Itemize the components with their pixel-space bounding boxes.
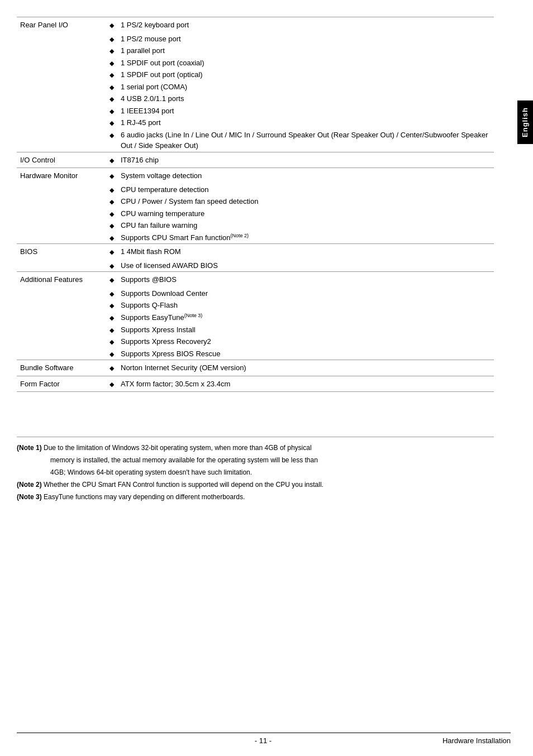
label-4 [17,336,106,348]
label-0 [17,117,106,129]
bullet-icon: ◆ [110,262,114,269]
value-3-0: 1 4Mbit flash ROM [117,244,494,260]
bullet-2-1: ◆ [106,184,117,196]
value-0-3: 1 SPDIF out port (coaxial) [117,57,494,69]
value-4-3: Supports EasyTune(Note 3) [117,312,494,324]
bullet-icon: ◆ [110,381,114,387]
label-0 [17,81,106,93]
bullet-0-2: ◆ [106,45,117,57]
note-2: (Note 2) Whether the CPU Smart FAN Contr… [17,480,494,490]
label-2 [17,184,106,196]
bullet-6-0: ◆ [106,376,117,392]
footer-notes: (Note 1) Due to the limitation of Window… [17,437,494,502]
value-0-2: 1 parallel port [117,45,494,57]
bullet-0-5: ◆ [106,81,117,93]
note-3: (Note 3) EasyTune functions may vary dep… [17,492,494,502]
bottom-bar: - 11 - Hardware Installation [17,733,511,745]
bullet-3-1: ◆ [106,260,117,272]
bullet-icon: ◆ [110,119,114,126]
label-2: Hardware Monitor [17,168,106,184]
label-4: Additional Features [17,272,106,288]
value-4-0: Supports @BIOS [117,272,494,288]
superscript: (Note 3) [184,313,203,318]
label-6: Form Factor [17,376,106,392]
value-0-9: 6 audio jacks (Line In / Line Out / MIC … [117,129,494,152]
bullet-2-0: ◆ [106,168,117,184]
value-4-5: Supports Xpress Recovery2 [117,336,494,348]
bullet-4-0: ◆ [106,272,117,288]
value-0-8: 1 RJ-45 port [117,117,494,129]
bullet-icon: ◆ [110,186,114,193]
bullet-2-3: ◆ [106,208,117,220]
bullet-4-5: ◆ [106,336,117,348]
bullet-icon: ◆ [110,22,114,28]
bullet-icon: ◆ [110,222,114,229]
bullet-icon: ◆ [110,47,114,54]
value-4-1: Supports Download Center [117,288,494,300]
value-2-2: CPU / Power / System fan speed detection [117,195,494,208]
bullet-0-4: ◆ [106,69,117,81]
bullet-3-0: ◆ [106,244,117,260]
bullet-icon: ◆ [110,36,114,42]
bullet-0-1: ◆ [106,33,117,45]
bullet-icon: ◆ [110,210,114,217]
label-0 [17,33,106,45]
note-1-cont2: 4GB; Windows 64-bit operating system doe… [17,467,494,477]
bullet-icon: ◆ [110,338,114,345]
value-4-4: Supports Xpress Install [117,324,494,336]
value-4-2: Supports Q-Flash [117,299,494,312]
bullet-icon: ◆ [110,84,114,90]
label-2 [17,232,106,244]
bullet-0-8: ◆ [106,117,117,129]
label-2 [17,208,106,220]
label-4 [17,312,106,324]
bullet-0-3: ◆ [106,57,117,69]
label-2 [17,195,106,208]
bullet-4-3: ◆ [106,312,117,324]
label-1: I/O Control [17,152,106,168]
bullet-4-4: ◆ [106,324,117,336]
label-4 [17,324,106,336]
bullet-1-0: ◆ [106,152,117,168]
label-3: BIOS [17,244,106,260]
bullet-icon: ◆ [110,290,114,297]
value-2-4: CPU fan failure warning [117,219,494,232]
bullet-5-0: ◆ [106,360,117,376]
bottom-right-label: Hardware Installation [442,736,511,745]
label-4 [17,299,106,312]
bullet-0-0: ◆ [106,17,117,33]
bullet-icon: ◆ [110,365,114,371]
label-0 [17,45,106,57]
bullet-icon: ◆ [110,314,114,321]
value-0-1: 1 PS/2 mouse port [117,33,494,45]
bullet-icon: ◆ [110,248,114,255]
label-3 [17,260,106,272]
bullet-icon: ◆ [110,235,114,241]
bullet-icon: ◆ [110,157,114,164]
bullet-icon: ◆ [110,198,114,205]
label-0: Rear Panel I/O [17,17,106,33]
bullet-0-7: ◆ [106,105,117,117]
specs-table: Rear Panel I/O◆1 PS/2 keyboard port◆1 PS… [17,17,494,392]
label-0 [17,93,106,105]
value-2-5: Supports CPU Smart Fan function(Note 2) [117,232,494,244]
english-tab: English [517,101,533,144]
value-2-3: CPU warning temperature [117,208,494,220]
bullet-icon: ◆ [110,132,114,138]
bullet-0-6: ◆ [106,93,117,105]
bullet-2-2: ◆ [106,195,117,208]
value-2-1: CPU temperature detection [117,184,494,196]
note-1: (Note 1) Due to the limitation of Window… [17,443,494,453]
bullet-4-6: ◆ [106,348,117,360]
label-2 [17,219,106,232]
bullet-4-2: ◆ [106,299,117,312]
label-4 [17,348,106,360]
bullet-2-4: ◆ [106,219,117,232]
bullet-icon: ◆ [110,173,114,179]
bullet-0-9: ◆ [106,129,117,152]
bullet-icon: ◆ [110,276,114,283]
label-0 [17,129,106,152]
value-0-5: 1 serial port (COMA) [117,81,494,93]
bullet-icon: ◆ [110,302,114,309]
value-0-0: 1 PS/2 keyboard port [117,17,494,33]
